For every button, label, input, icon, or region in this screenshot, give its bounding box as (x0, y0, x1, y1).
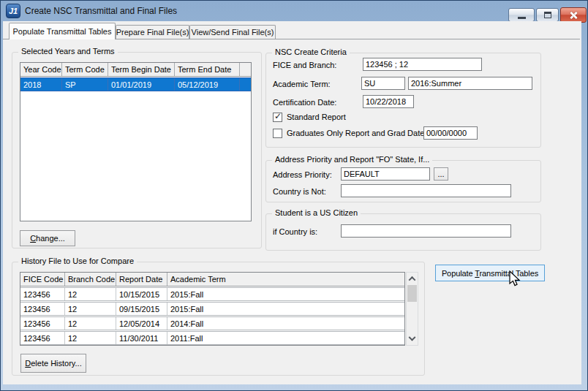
cell-academic-term: 2011:Fall (167, 332, 404, 344)
column-header-term-code[interactable]: Term Code (62, 63, 108, 76)
cell-branch-code: 12 (65, 317, 116, 330)
maximize-button[interactable] (536, 8, 559, 22)
populate-transmittal-tables-button[interactable]: Populate Transmittal Tables (435, 265, 545, 281)
cell-branch-code: 12 (65, 288, 116, 300)
cell-year-code: 2018 (20, 78, 62, 91)
tab-view-send-final-files[interactable]: View/Send Final File(s) (189, 25, 276, 39)
country-is-not-label: Country is Not: (273, 187, 326, 196)
selected-years-header-row: Year Code Term Code Term Begin Date Term… (20, 63, 251, 77)
selected-years-group-label: Selected Years and Terms (18, 47, 118, 56)
column-header-report-date[interactable]: Report Date (116, 273, 167, 286)
graduates-only-label: Graduates Only Report and Grad Date: (287, 129, 426, 137)
us-citizen-groupbox: Student is a US Citizen if Country is: (265, 213, 541, 251)
address-priority-label: Address Priority: (273, 170, 332, 179)
window-titlebar[interactable]: J1 Create NSC Transmittal and Final File… (1, 1, 587, 21)
cell-report-date: 12/05/2014 (116, 317, 167, 330)
certification-date-field[interactable] (363, 95, 414, 108)
app-window: J1 Create NSC Transmittal and Final File… (0, 0, 588, 391)
cell-fice-code: 123456 (20, 332, 65, 344)
cell-report-date: 09/15/2015 (116, 303, 167, 315)
cell-fice-code: 123456 (20, 317, 65, 330)
scroll-up-button[interactable] (407, 273, 418, 284)
scroll-down-icon (409, 333, 416, 341)
academic-term-label: Academic Term: (273, 80, 331, 88)
column-header-term-end-date[interactable]: Term End Date (175, 63, 240, 76)
cell-term-begin-date: 01/01/2019 (108, 78, 175, 91)
address-priority-browse-button[interactable]: ... (434, 167, 448, 181)
column-header-filler (240, 63, 251, 76)
cell-branch-code: 12 (65, 332, 116, 344)
dialog-client-area: Populate Transmittal Tables Prepare Fina… (3, 21, 581, 384)
tab-prepare-final-files[interactable]: Prepare Final File(s) (116, 25, 189, 39)
cell-academic-term: 2014:Fall (167, 317, 404, 330)
history-header-row: FICE Code Branch Code Report Date Academ… (20, 273, 404, 286)
grad-date-field[interactable] (423, 126, 478, 140)
scroll-up-icon (409, 276, 416, 283)
column-header-fice-code[interactable]: FICE Code (20, 273, 65, 286)
country-is-not-field[interactable] (341, 184, 511, 197)
close-button[interactable] (560, 7, 587, 23)
fice-branch-label: FICE and Branch: (273, 61, 336, 69)
history-group-label: History File to Use for Compare (18, 257, 137, 265)
table-row[interactable]: 2018 SP 01/01/2019 05/12/2019 (20, 77, 251, 91)
address-priority-field[interactable] (341, 167, 430, 181)
cell-academic-term: 2015:Fall (167, 303, 404, 315)
graduates-only-checkbox[interactable] (273, 129, 282, 138)
academic-term-desc-field[interactable] (408, 77, 532, 90)
address-priority-groupbox: Address Priority and Report "FO" State, … (265, 160, 541, 202)
window-title: Create NSC Transmittal and Final Files (25, 6, 177, 16)
tab-populate-transmittal-tables[interactable]: Populate Transmittal Tables (9, 23, 116, 39)
maximize-icon (544, 12, 551, 18)
app-icon[interactable]: J1 (6, 4, 20, 18)
standard-report-checkbox[interactable]: ✓ (273, 113, 282, 122)
nsc-criteria-groupbox: NSC Create Criteria FICE and Branch: Aca… (265, 53, 541, 148)
table-row[interactable]: 123456 12 11/30/2011 2011:Fall (20, 331, 404, 345)
cell-academic-term: 2015:Fall (167, 288, 404, 300)
cell-filler (240, 78, 251, 91)
certification-date-label: Certification Date: (273, 98, 336, 107)
scroll-down-button[interactable] (407, 333, 418, 345)
minimize-button[interactable] (508, 8, 535, 22)
if-country-is-field[interactable] (341, 224, 511, 238)
cell-term-code: SP (62, 78, 108, 91)
cell-fice-code: 123456 (20, 303, 65, 315)
change-button[interactable]: Change... (20, 230, 75, 246)
minimize-icon (518, 17, 526, 19)
if-country-is-label: if Country is: (273, 227, 317, 236)
scrollbar-thumb[interactable] (407, 285, 417, 302)
address-priority-group-label: Address Priority and Report "FO" State, … (272, 155, 432, 164)
history-groupbox: History File to Use for Compare FICE Cod… (12, 262, 425, 376)
mouse-cursor (508, 270, 523, 288)
selected-years-table: Year Code Term Code Term Begin Date Term… (20, 62, 252, 221)
history-vertical-scrollbar[interactable] (406, 272, 418, 346)
column-header-term-begin-date[interactable]: Term Begin Date (108, 63, 175, 76)
table-row[interactable]: 123456 12 09/15/2015 2015:Fall (20, 302, 404, 316)
history-table: FICE Code Branch Code Report Date Academ… (20, 272, 405, 346)
delete-history-button[interactable]: Delete History... (20, 354, 86, 373)
us-citizen-group-label: Student is a US Citizen (272, 208, 361, 217)
academic-term-code-field[interactable] (361, 77, 405, 90)
close-icon (569, 11, 578, 20)
cell-fice-code: 123456 (20, 288, 65, 300)
table-row[interactable]: 123456 12 10/15/2015 2015:Fall (20, 287, 404, 301)
cell-term-end-date: 05/12/2019 (175, 78, 240, 91)
table-row[interactable]: 123456 12 12/05/2014 2014:Fall (20, 316, 404, 330)
column-header-year-code[interactable]: Year Code (20, 63, 62, 76)
fice-branch-field[interactable] (363, 58, 482, 71)
column-header-academic-term[interactable]: Academic Term (167, 273, 404, 286)
standard-report-label: Standard Report (287, 113, 346, 121)
column-header-branch-code[interactable]: Branch Code (65, 273, 116, 286)
nsc-criteria-group-label: NSC Create Criteria (272, 48, 350, 56)
cell-branch-code: 12 (65, 303, 116, 315)
check-icon: ✓ (274, 111, 282, 121)
cell-report-date: 10/15/2015 (116, 288, 167, 300)
cell-report-date: 11/30/2011 (116, 332, 167, 344)
